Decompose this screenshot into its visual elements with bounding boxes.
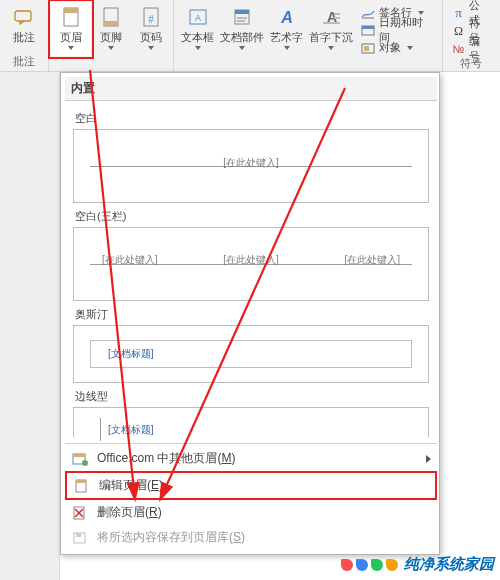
svg-rect-12	[237, 20, 245, 22]
doc-parts-button[interactable]: 文档部件	[218, 2, 267, 56]
document-background	[0, 72, 60, 580]
svg-rect-15	[334, 13, 340, 15]
remove-header-icon	[71, 505, 89, 521]
wordart-icon: A	[276, 4, 298, 30]
ribbon-group-symbols-label: 符号	[460, 56, 482, 72]
header-label: 页眉	[60, 31, 82, 44]
footer-button[interactable]: 页脚	[91, 2, 131, 56]
svg-rect-0	[15, 11, 31, 21]
svg-rect-11	[237, 17, 247, 19]
number-icon: №	[452, 42, 466, 56]
chevron-down-icon	[328, 46, 334, 50]
placeholder-text: [在此处键入]	[102, 253, 158, 267]
menu-more-office-headers[interactable]: Office.com 中其他页眉(M)	[65, 446, 437, 471]
dropcap-label: 首字下沉	[309, 31, 353, 44]
gallery-caption: 空白	[75, 111, 429, 126]
chevron-down-icon	[418, 11, 424, 15]
svg-rect-24	[73, 454, 85, 457]
menu-save-to-gallery[interactable]: 将所选内容保存到页眉库(S)	[65, 525, 437, 550]
gallery-preview: [文档标题]	[73, 325, 429, 383]
chevron-down-icon	[284, 46, 290, 50]
text-box-icon: A	[187, 4, 209, 30]
chevron-down-icon	[68, 46, 74, 50]
svg-rect-4	[104, 21, 118, 26]
chevron-down-icon	[108, 46, 114, 50]
chevron-down-icon	[407, 46, 413, 50]
gallery-item-blank-3col[interactable]: 空白(三栏) [在此处键入] [在此处键入] [在此处键入]	[73, 209, 429, 301]
gallery-item-austin[interactable]: 奥斯汀 [文档标题]	[73, 307, 429, 383]
page-number-icon: #	[140, 4, 162, 30]
ribbon-group-comments: 批注 批注	[0, 0, 49, 71]
menu-label: Office.com 中其他页眉(M)	[97, 450, 235, 467]
object-icon	[361, 41, 375, 55]
gallery-preview: [文档标题]	[73, 407, 429, 437]
menu-label: 删除页眉(R)	[97, 504, 162, 521]
ribbon-group-symbols: π 公式 Ω 符号 № 编号 符号	[443, 0, 500, 71]
svg-text:A: A	[280, 9, 293, 26]
gallery-item-blank[interactable]: 空白 [在此处键入]	[73, 111, 429, 203]
branding: 纯净系统家园	[341, 555, 494, 574]
svg-rect-16	[334, 17, 340, 19]
text-small-stack: 签名行 日期和时间 对象	[356, 2, 438, 56]
footer-label: 页脚	[100, 31, 122, 44]
placeholder-text: [文档标题]	[108, 347, 154, 361]
menu-separator	[65, 443, 437, 444]
doc-parts-icon	[231, 4, 253, 30]
brand-dots-icon	[341, 559, 398, 571]
signature-icon	[361, 6, 375, 20]
chevron-down-icon	[239, 46, 245, 50]
doc-parts-label: 文档部件	[220, 31, 264, 44]
ribbon-group-headerfooter-label	[109, 57, 112, 70]
gallery-caption: 空白(三栏)	[75, 209, 429, 224]
placeholder-text: [在此处键入]	[223, 253, 279, 267]
svg-rect-32	[76, 533, 81, 537]
object-label: 对象	[379, 40, 401, 55]
save-icon	[71, 530, 89, 546]
submenu-arrow-icon	[426, 455, 431, 463]
header-gallery-dropdown: 内置 空白 [在此处键入] 空白(三栏) [在此处键入] [在此处键入] [在此…	[60, 72, 440, 555]
ribbon-group-text-label	[306, 57, 309, 70]
menu-label: 编辑页眉(E)	[99, 477, 163, 494]
placeholder-text: [在此处键入]	[223, 156, 279, 170]
ribbon-group-text: A 文本框 文档部件 A 艺术字 A	[174, 0, 443, 71]
svg-rect-27	[76, 480, 86, 483]
wordart-label: 艺术字	[270, 31, 303, 44]
wordart-button[interactable]: A 艺术字	[267, 2, 307, 56]
chevron-down-icon	[195, 46, 201, 50]
svg-rect-20	[362, 26, 374, 29]
comment-icon	[13, 4, 35, 30]
edit-header-icon	[73, 478, 91, 494]
footer-icon	[100, 4, 122, 30]
date-time-button[interactable]: 日期和时间	[358, 21, 436, 39]
brand-text: 纯净系统家园	[404, 555, 494, 574]
header-gallery: 空白 [在此处键入] 空白(三栏) [在此处键入] [在此处键入] [在此处键入…	[65, 101, 437, 441]
ribbon: 批注 批注 页眉 页脚 #	[0, 0, 500, 72]
gallery-preview: [在此处键入] [在此处键入] [在此处键入]	[73, 227, 429, 301]
svg-rect-2	[64, 8, 78, 13]
calendar-icon	[361, 23, 375, 37]
page-number-label: 页码	[140, 31, 162, 44]
object-button[interactable]: 对象	[358, 39, 436, 56]
dropcap-icon: A	[320, 4, 342, 30]
header-button[interactable]: 页眉	[51, 2, 91, 56]
omega-icon: Ω	[452, 24, 466, 38]
symbols-small-stack: π 公式 Ω 符号 № 编号	[447, 2, 496, 56]
gallery-item-sideline[interactable]: 边线型 [文档标题]	[73, 389, 429, 437]
chevron-down-icon	[148, 46, 154, 50]
comment-label: 批注	[13, 31, 35, 44]
text-box-button[interactable]: A 文本框	[178, 2, 218, 56]
dropdown-section-header: 内置	[65, 77, 437, 101]
text-box-label: 文本框	[181, 31, 214, 44]
svg-rect-10	[235, 10, 249, 14]
gallery-preview: [在此处键入]	[73, 129, 429, 203]
page-number-button[interactable]: # 页码	[131, 2, 171, 56]
svg-text:#: #	[148, 14, 154, 25]
ribbon-group-comments-label: 批注	[13, 54, 35, 70]
menu-remove-header[interactable]: 删除页眉(R)	[65, 500, 437, 525]
gallery-caption: 奥斯汀	[75, 307, 429, 322]
menu-edit-header[interactable]: 编辑页眉(E)	[65, 471, 437, 500]
placeholder-text: [文档标题]	[108, 423, 154, 437]
comment-button[interactable]: 批注	[4, 2, 44, 54]
svg-rect-22	[364, 46, 369, 51]
dropcap-button[interactable]: A 首字下沉	[306, 2, 355, 56]
